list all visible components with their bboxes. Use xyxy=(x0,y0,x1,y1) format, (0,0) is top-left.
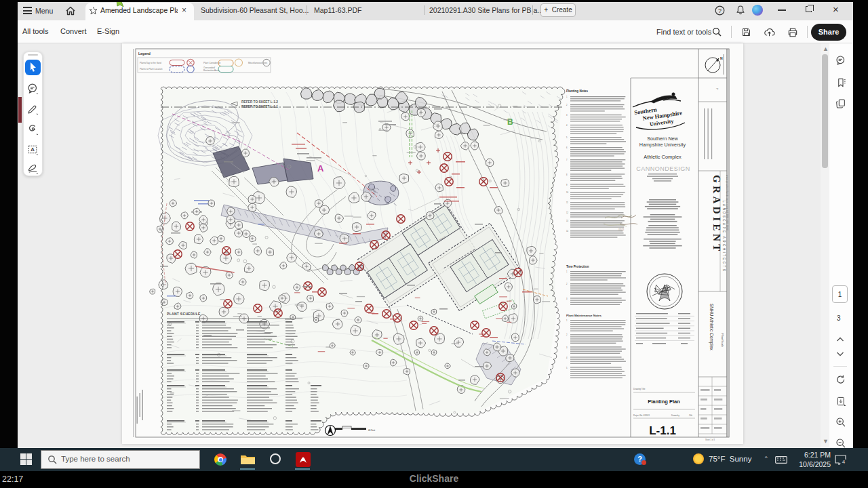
svg-text:B: B xyxy=(507,117,513,127)
svg-text:Project No. 020531: Project No. 020531 xyxy=(633,414,650,417)
svg-text:REFER TO SHEET L-1.2: REFER TO SHEET L-1.2 xyxy=(241,100,278,104)
svg-text:CANNONDESIGN: CANNONDESIGN xyxy=(636,165,690,172)
svg-text:Tree Protection: Tree Protection xyxy=(566,265,589,268)
svg-text:Planting Notes: Planting Notes xyxy=(566,89,589,93)
svg-text:L-1.1: L-1.1 xyxy=(649,424,676,437)
svg-text:Drawing Title: Drawing Title xyxy=(633,388,646,390)
svg-text:Plants/Tag to the Gard: Plants/Tag to the Gard xyxy=(140,62,161,64)
svg-text:Sheet 1 of 3: Sheet 1 of 3 xyxy=(705,439,715,441)
svg-text:Plants to Plant Location: Plants to Plant Location xyxy=(140,68,163,70)
svg-text:Restoration Areas: Restoration Areas xyxy=(203,69,220,72)
svg-text:A: A xyxy=(31,146,35,152)
svg-text:N: N xyxy=(720,56,723,60)
svg-text:P: P xyxy=(715,88,718,89)
svg-text:REFER TO SHEET L-1.1: REFER TO SHEET L-1.1 xyxy=(241,105,278,108)
svg-text:Athletic Complex: Athletic Complex xyxy=(644,154,682,160)
svg-text:Plant Maintenance Notes: Plant Maintenance Notes xyxy=(566,314,602,317)
svg-text:SNHU Athletic Complex: SNHU Athletic Complex xyxy=(709,304,714,350)
svg-text:7/7/21: 7/7/21 xyxy=(618,228,625,231)
svg-text:PLANT SCHEDULE: PLANT SCHEDULE xyxy=(167,312,201,316)
svg-text:Planting Plan: Planting Plan xyxy=(648,399,680,405)
svg-text:GRADIENT: GRADIENT xyxy=(711,175,722,254)
svg-text:Drawn by: Drawn by xyxy=(671,414,679,417)
svg-text:Chk: Chk xyxy=(689,414,693,417)
svg-text:?: ? xyxy=(718,7,722,14)
svg-text:Plant Scale: Plant Scale xyxy=(721,333,724,348)
svg-text:Miscellaneous trees: Miscellaneous trees xyxy=(248,62,268,64)
svg-text:www.gradientlandscape.com tel: www.gradientlandscape.com tel 000.000.00… xyxy=(726,175,728,230)
svg-text:LANDSCAPE ARCHITECTS: LANDSCAPE ARCHITECTS xyxy=(722,201,726,272)
svg-text:Southern New: Southern New xyxy=(647,136,678,142)
svg-text:Hampshire University: Hampshire University xyxy=(639,142,686,148)
svg-text:Legend: Legend xyxy=(138,52,151,56)
svg-text:A: A xyxy=(317,163,324,174)
svg-text:40 Feet: 40 Feet xyxy=(368,429,375,432)
